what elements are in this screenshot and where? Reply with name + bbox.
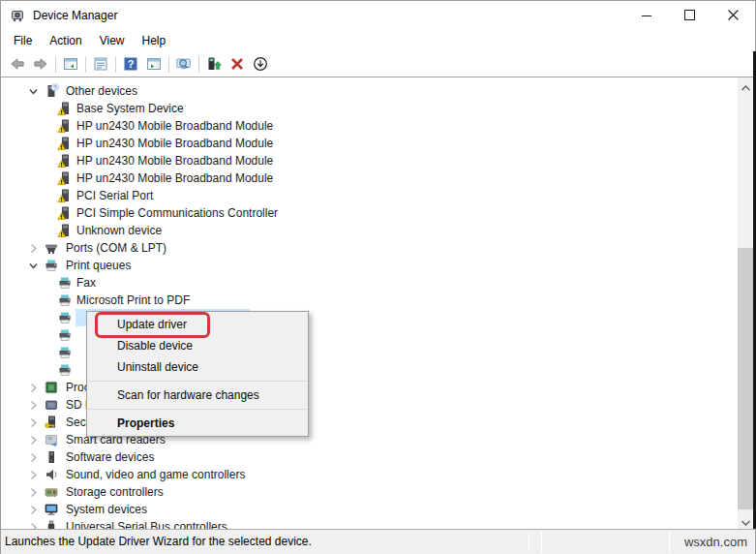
- chevron-collapsed-icon[interactable]: [28, 243, 39, 254]
- scroll-up-icon: [741, 77, 750, 95]
- tree-item-label: Base System Device: [76, 102, 184, 115]
- tree-item-storage-controllers[interactable]: Storage controllers: [2, 483, 754, 501]
- tree-item-label: Unknown device: [76, 224, 162, 237]
- context-menu-item-update-driver[interactable]: Update driver: [87, 314, 308, 335]
- security-icon: [44, 415, 59, 430]
- vertical-scrollbar[interactable]: [738, 77, 754, 529]
- system-icon: [44, 502, 59, 517]
- chevron-collapsed-icon[interactable]: [28, 452, 39, 463]
- maximize-button[interactable]: [668, 1, 711, 30]
- chevron-collapsed-icon[interactable]: [28, 470, 39, 480]
- context-menu-separator: [88, 381, 307, 382]
- tree-item-fax[interactable]: Fax: [2, 274, 754, 292]
- action-pane-button[interactable]: [142, 53, 166, 76]
- tree-item-label: Universal Serial Bus controllers: [66, 520, 227, 529]
- close-button[interactable]: [711, 1, 755, 30]
- toolbar-separator: [168, 56, 169, 73]
- printer-icon: [57, 275, 73, 291]
- toolbar-separator: [115, 56, 116, 73]
- tree-item-microsoft-print-to-pdf[interactable]: Microsoft Print to PDF: [2, 292, 754, 309]
- tree-item-label: PCI Serial Port: [76, 189, 153, 202]
- tree-item-unknown-device[interactable]: Unknown device: [2, 222, 754, 239]
- back-arrow-button[interactable]: [6, 53, 29, 76]
- chevron-collapsed-icon[interactable]: [28, 522, 39, 530]
- context-menu-item-scan-for-hardware-changes[interactable]: Scan for hardware changes: [87, 385, 308, 406]
- menu-bar: FileActionViewHelp: [1, 30, 755, 51]
- warning-device-icon: [57, 223, 73, 238]
- tree-item-hp-un2430-mobile-broadband-module[interactable]: HP un2430 Mobile Broadband Module: [2, 169, 754, 187]
- scan-hardware-button[interactable]: [172, 53, 196, 76]
- help-icon: ?: [123, 56, 138, 72]
- context-menu-item-disable-device[interactable]: Disable device: [87, 335, 308, 356]
- other-devices-icon: ?: [44, 83, 59, 99]
- chevron-expanded-icon[interactable]: [28, 261, 39, 271]
- chevron-collapsed-icon[interactable]: [28, 400, 39, 411]
- scroll-up-button[interactable]: [738, 77, 754, 94]
- console-tree-button[interactable]: [59, 53, 82, 76]
- printer-icon: [57, 345, 73, 360]
- toolbar-separator: [198, 56, 199, 73]
- uninstall-device-button[interactable]: [226, 53, 249, 76]
- warning-device-icon: [57, 118, 73, 134]
- minimize-button[interactable]: [624, 1, 668, 30]
- tree-item-universal-serial-bus-controllers[interactable]: Universal Serial Bus controllers: [2, 518, 754, 529]
- tree-item-label: Other devices: [66, 84, 137, 98]
- menu-action[interactable]: Action: [41, 31, 90, 50]
- disable-device-icon: [253, 56, 268, 72]
- update-driver-icon: [206, 56, 222, 72]
- device-manager-window: Device Manager FileActionViewHelp ? ?Oth…: [0, 0, 756, 554]
- tree-item-system-devices[interactable]: System devices: [2, 501, 754, 518]
- update-driver-button[interactable]: [202, 53, 226, 76]
- tree-item-other-devices[interactable]: ?Other devices: [2, 82, 754, 100]
- tree-item-hp-un2430-mobile-broadband-module[interactable]: HP un2430 Mobile Broadband Module: [2, 152, 754, 169]
- tree-item-software-devices[interactable]: Software devices: [2, 448, 754, 466]
- tree-item-print-queues[interactable]: Print queues: [2, 257, 754, 274]
- tree-item-pci-serial-port[interactable]: PCI Serial Port: [2, 187, 754, 204]
- tree-rows: ?Other devicesBase System DeviceHP un243…: [2, 82, 754, 529]
- scroll-down-button[interactable]: [738, 512, 754, 529]
- status-bar: Launches the Update Driver Wizard for th…: [1, 529, 755, 554]
- context-menu: Update driverDisable deviceUninstall dev…: [86, 311, 309, 437]
- tree-item-label: Sound, video and game controllers: [66, 468, 245, 481]
- minimize-icon: [642, 7, 651, 24]
- chevron-expanded-icon[interactable]: [28, 86, 39, 97]
- scan-hardware-icon: [176, 56, 192, 72]
- tree-item-hp-un2430-mobile-broadband-module[interactable]: HP un2430 Mobile Broadband Module: [2, 135, 754, 152]
- toolbar-separator: [85, 56, 86, 73]
- maximize-icon: [684, 7, 695, 24]
- chevron-collapsed-icon[interactable]: [28, 383, 39, 393]
- status-divider: [669, 532, 670, 553]
- printer-icon: [57, 327, 73, 343]
- forward-arrow-button[interactable]: [29, 53, 52, 76]
- tree-item-label: Fax: [76, 276, 96, 290]
- chevron-collapsed-icon[interactable]: [28, 417, 39, 428]
- disable-device-button[interactable]: [249, 53, 272, 76]
- menu-file[interactable]: File: [5, 31, 41, 50]
- svg-text:?: ?: [53, 84, 57, 91]
- warning-device-icon: [57, 153, 73, 169]
- tree-item-ports-com-lpt[interactable]: Ports (COM & LPT): [2, 239, 754, 257]
- menu-view[interactable]: View: [91, 31, 134, 50]
- tree-item-pci-simple-communications-controller[interactable]: PCI Simple Communications Controller: [2, 204, 754, 222]
- chevron-collapsed-icon[interactable]: [28, 435, 39, 446]
- window-title: Device Manager: [33, 9, 117, 22]
- context-menu-item-properties[interactable]: Properties: [87, 413, 308, 434]
- chevron-collapsed-icon[interactable]: [28, 505, 39, 515]
- tree-item-hp-un2430-mobile-broadband-module[interactable]: HP un2430 Mobile Broadband Module: [2, 117, 754, 135]
- properties-button[interactable]: [89, 53, 112, 76]
- menu-help[interactable]: Help: [134, 31, 175, 50]
- tree-item-sound-video-and-game-controllers[interactable]: Sound, video and game controllers: [2, 466, 754, 483]
- help-button[interactable]: ?: [119, 53, 142, 76]
- sd-host-icon: [44, 397, 59, 413]
- forward-arrow-icon: [33, 56, 48, 72]
- context-menu-item-uninstall-device[interactable]: Uninstall device: [87, 356, 308, 378]
- scrollbar-thumb[interactable]: [738, 248, 754, 509]
- smart-card-icon: [44, 432, 59, 447]
- status-divider: [529, 532, 529, 553]
- tree-item-base-system-device[interactable]: Base System Device: [2, 100, 754, 117]
- close-icon: [728, 7, 739, 24]
- back-arrow-icon: [10, 56, 25, 72]
- chevron-collapsed-icon[interactable]: [28, 487, 39, 498]
- console-tree-icon: [63, 56, 78, 72]
- tree-item-label: Print queues: [66, 259, 131, 272]
